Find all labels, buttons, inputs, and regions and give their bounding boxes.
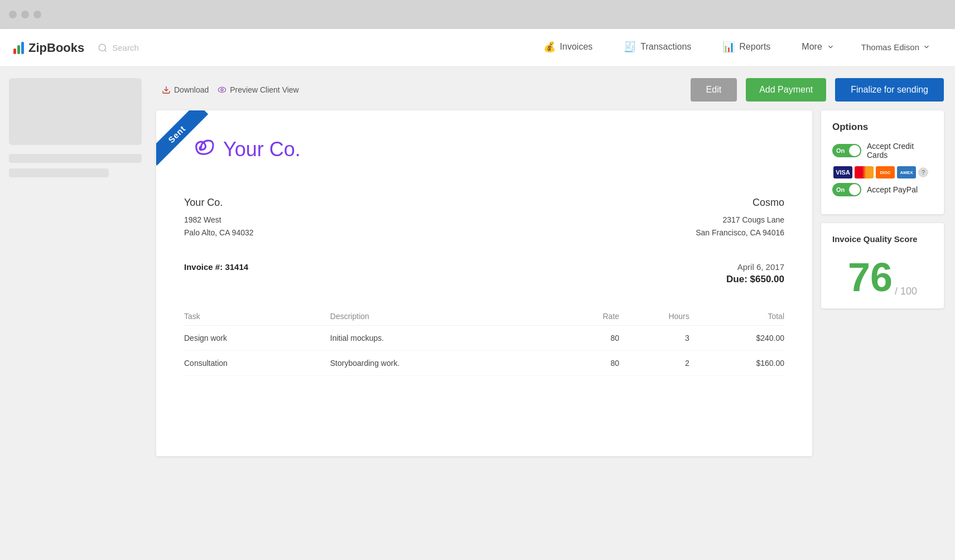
card-help-icon[interactable]: ? [918, 167, 928, 177]
invoice-meta: Invoice #: 31414 April 6, 2017 Due: $650… [184, 262, 784, 285]
cell-desc-1: Storyboarding work. [330, 351, 564, 376]
logo-bar-green [17, 45, 20, 54]
options-card: Options On Accept Credit Cards VISA DISC… [821, 110, 944, 214]
sidebar-image [9, 78, 142, 145]
main-layout: Download Preview Client View Edit Add Pa… [0, 67, 955, 560]
company-logo-text: Your Co. [223, 138, 301, 161]
options-title: Options [832, 122, 933, 133]
visa-icon: VISA [833, 166, 852, 178]
recipient-name: Cosmo [696, 194, 784, 211]
user-chevron-icon [923, 43, 930, 51]
logo[interactable]: ZipBooks [13, 41, 84, 55]
cell-task-0: Design work [184, 326, 330, 351]
svg-line-1 [105, 50, 107, 51]
svg-point-0 [99, 44, 105, 51]
logo-bars-icon [13, 42, 24, 54]
right-panel: Options On Accept Credit Cards VISA DISC… [821, 110, 944, 456]
traffic-light-close[interactable] [9, 11, 17, 18]
mastercard-icon [855, 166, 874, 178]
nav-transactions[interactable]: 🧾 Transactions [608, 29, 707, 67]
nav-reports[interactable]: 📊 Reports [707, 29, 786, 67]
accept-paypal-toggle[interactable]: On [832, 183, 861, 196]
content-area: Download Preview Client View Edit Add Pa… [151, 67, 955, 560]
invoice-table: Task Description Rate Hours Total Design… [184, 307, 784, 376]
traffic-light-maximize[interactable] [33, 11, 41, 18]
table-row: Consultation Storyboarding work. 80 2 $1… [184, 351, 784, 376]
chevron-down-icon [827, 43, 835, 51]
cell-rate-1: 80 [564, 351, 619, 376]
svg-point-4 [221, 89, 223, 91]
nav-reports-label: Reports [739, 42, 770, 52]
nav-invoices-label: Invoices [560, 42, 593, 52]
col-task: Task [184, 307, 330, 326]
sender-name: Your Co. [184, 194, 254, 211]
logo-bar-blue [21, 42, 24, 54]
quality-score-row: 76 / 100 [832, 257, 933, 297]
spiral-icon [184, 133, 218, 166]
search-area[interactable]: Search [98, 43, 139, 53]
sidebar [0, 67, 151, 560]
invoice-due-label: Due: [726, 274, 747, 284]
discover-icon: DISC [876, 166, 895, 178]
cell-hours-1: 2 [619, 351, 689, 376]
paypal-row: On Accept PayPal [832, 183, 933, 196]
transactions-icon: 🧾 [624, 41, 636, 53]
finalize-button[interactable]: Finalize for sending [835, 78, 944, 102]
nav-user[interactable]: Thomas Edison [850, 29, 942, 67]
logo-bar-red [13, 49, 16, 54]
toggle-on-label-cc: On [833, 147, 845, 154]
quality-out-of: / 100 [895, 286, 917, 297]
toggle-knob-cc [849, 145, 860, 156]
invoice-date-block: April 6, 2017 Due: $650.00 [726, 262, 784, 285]
nav-user-name: Thomas Edison [861, 42, 919, 52]
svg-point-3 [219, 87, 226, 92]
cell-rate-0: 80 [564, 326, 619, 351]
cell-total-1: $160.00 [689, 351, 784, 376]
recipient-address: Cosmo 2317 Cougs Lane San Francisco, CA … [696, 194, 784, 240]
action-bar: Download Preview Client View Edit Add Pa… [156, 78, 944, 102]
invoice-number: Invoice #: 31414 [184, 262, 248, 272]
sender-address-2: Palo Alto, CA 94032 [184, 226, 254, 240]
reports-icon: 📊 [722, 41, 735, 53]
traffic-light-minimize[interactable] [21, 11, 29, 18]
title-bar [0, 0, 955, 29]
toggle-knob-pp [849, 184, 860, 195]
invoice-due: Due: $650.00 [726, 274, 784, 285]
nav-bar: ZipBooks Search 💰 Invoices 🧾 Transaction… [0, 29, 955, 67]
sidebar-line-2 [9, 168, 109, 177]
recipient-address-2: San Francisco, CA 94016 [696, 226, 784, 240]
sender-address-1: 1982 West [184, 214, 254, 227]
nav-links: 💰 Invoices 🧾 Transactions 📊 Reports More… [528, 29, 942, 67]
search-icon [98, 43, 108, 53]
col-rate: Rate [564, 307, 619, 326]
sender-address: Your Co. 1982 West Palo Alto, CA 94032 [184, 194, 254, 240]
cell-desc-0: Initial mockups. [330, 326, 564, 351]
invoice-number-label: Invoice #: [184, 262, 223, 272]
nav-invoices[interactable]: 💰 Invoices [528, 29, 609, 67]
download-label: Download [174, 85, 209, 94]
quality-score-value: 76 [848, 257, 893, 297]
accept-credit-cards-toggle[interactable]: On [832, 144, 861, 157]
invoice-due-amount: $650.00 [750, 274, 784, 284]
cell-total-0: $240.00 [689, 326, 784, 351]
edit-button[interactable]: Edit [691, 78, 737, 102]
nav-more-label: More [802, 42, 822, 52]
quality-title: Invoice Quality Score [832, 234, 933, 244]
accept-paypal-label: Accept PayPal [867, 185, 918, 194]
search-placeholder: Search [112, 43, 139, 52]
col-hours: Hours [619, 307, 689, 326]
add-payment-button[interactable]: Add Payment [746, 78, 826, 102]
nav-more[interactable]: More [786, 29, 850, 67]
invoices-icon: 💰 [543, 41, 556, 53]
quality-card: Invoice Quality Score 76 / 100 [821, 223, 944, 308]
invoice-logo: Your Co. [184, 133, 784, 166]
download-link[interactable]: Download [162, 85, 209, 94]
download-icon [162, 85, 171, 94]
toggle-on-label-pp: On [833, 186, 845, 193]
cell-task-1: Consultation [184, 351, 330, 376]
logo-text: ZipBooks [28, 41, 84, 55]
eye-icon [218, 85, 226, 94]
accept-credit-cards-label: Accept Credit Cards [867, 142, 933, 160]
recipient-address-1: 2317 Cougs Lane [696, 214, 784, 227]
preview-link[interactable]: Preview Client View [218, 85, 298, 94]
